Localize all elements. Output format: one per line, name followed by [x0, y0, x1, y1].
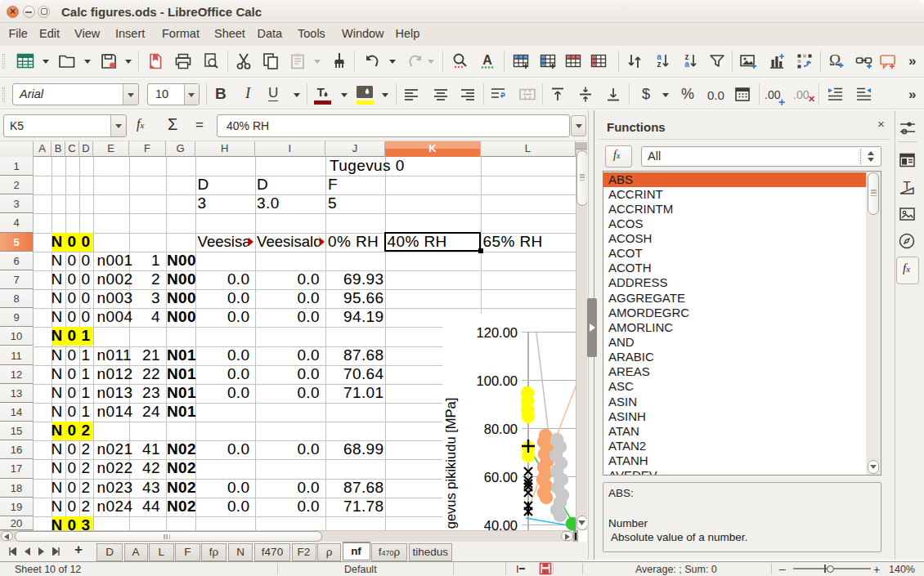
svg-text:40.00: 40.00 [484, 518, 518, 531]
svg-text:80.00: 80.00 [484, 422, 518, 436]
svg-text:a: a [684, 60, 689, 69]
svg-text:100.00: 100.00 [477, 373, 518, 388]
svg-text:A: A [482, 53, 492, 67]
svg-text:120.00: 120.00 [477, 325, 518, 340]
svg-text:gevus pikikiudu [MPa]: gevus pikikiudu [MPa] [443, 398, 458, 529]
svg-text:z: z [657, 60, 662, 69]
svg-text:T: T [316, 85, 324, 99]
svg-text:60.00: 60.00 [484, 470, 518, 484]
